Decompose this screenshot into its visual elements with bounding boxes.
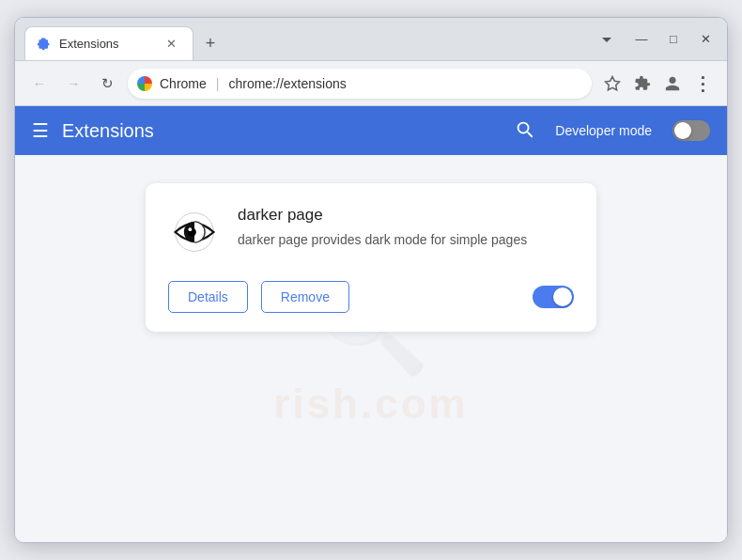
extension-toggle-knob — [553, 288, 572, 306]
tab-title: Extensions — [59, 37, 155, 51]
extension-card-footer: Details Remove — [168, 277, 574, 313]
developer-mode-toggle[interactable] — [672, 120, 710, 141]
back-button[interactable]: ← — [26, 70, 53, 97]
address-separator: | — [216, 76, 220, 91]
tab-dropdown-button[interactable] — [594, 26, 620, 53]
extension-description: darker page provides dark mode for simpl… — [238, 230, 574, 250]
tab-close-button[interactable]: ✕ — [162, 36, 179, 53]
close-button[interactable]: ✕ — [693, 27, 718, 52]
refresh-button[interactable]: ↻ — [94, 70, 120, 97]
extension-info: darker page darker page provides dark mo… — [238, 206, 574, 250]
address-chrome-label: Chrome — [160, 76, 207, 91]
svg-marker-0 — [606, 76, 620, 89]
address-bar: ← → ↻ Chrome | chrome://extensions — [15, 61, 727, 106]
extension-icon — [168, 206, 221, 258]
browser-content: ☰ Extensions Developer mode 🔍 rish.com — [15, 106, 727, 542]
title-bar: Extensions ✕ + — □ ✕ — [15, 18, 727, 61]
svg-point-7 — [189, 227, 193, 231]
maximize-button[interactable]: □ — [661, 27, 686, 52]
browser-window: Extensions ✕ + — □ ✕ ← → ↻ Chrome | chro… — [14, 17, 728, 543]
extension-card-header: darker page darker page provides dark mo… — [168, 206, 574, 258]
active-tab[interactable]: Extensions ✕ — [24, 26, 193, 60]
minimize-button[interactable]: — — [629, 27, 654, 52]
remove-button[interactable]: Remove — [261, 281, 349, 313]
extensions-button[interactable] — [629, 70, 656, 97]
address-input[interactable]: Chrome | chrome://extensions — [128, 69, 592, 99]
details-button[interactable]: Details — [168, 281, 248, 313]
toggle-knob — [674, 122, 691, 139]
new-tab-button[interactable]: + — [197, 30, 224, 56]
window-controls: — □ ✕ — [629, 27, 718, 52]
tabs-area: Extensions ✕ + — [24, 18, 309, 60]
extensions-content: 🔍 rish.com — [15, 155, 727, 542]
extension-card: darker page darker page provides dark mo… — [146, 183, 596, 332]
address-icons: ⋮ — [599, 70, 716, 97]
forward-button[interactable]: → — [60, 70, 86, 97]
bookmark-button[interactable] — [599, 70, 626, 97]
account-button[interactable] — [659, 70, 686, 97]
extension-name: darker page — [238, 206, 574, 225]
extensions-header: ☰ Extensions Developer mode — [15, 106, 727, 155]
menu-icon[interactable]: ☰ — [32, 121, 49, 140]
search-icon[interactable] — [514, 118, 534, 144]
watermark-text: rish.com — [273, 381, 468, 428]
more-button[interactable]: ⋮ — [689, 70, 716, 97]
chrome-icon — [137, 76, 152, 91]
extension-toggle[interactable] — [533, 286, 574, 308]
address-url: chrome://extensions — [228, 76, 346, 91]
extensions-header-title: Extensions — [62, 120, 501, 142]
tab-icon — [37, 37, 52, 52]
developer-mode-label: Developer mode — [555, 123, 652, 138]
